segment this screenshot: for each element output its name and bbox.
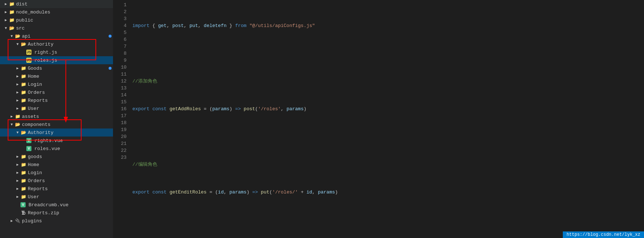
line-numbers: 12345 678910 1112131415 1617181920 21222…: [113, 1, 129, 238]
chevron-right-icon: ▶: [15, 195, 20, 199]
status-bar-url: https://blog.csdn.net/lyk_xz: [566, 232, 640, 237]
tree-item-right-js[interactable]: JS right.js: [0, 48, 113, 56]
tree-item-goods[interactable]: ▶ 📁 Goods: [0, 64, 113, 72]
chevron-right-icon: ▶: [15, 170, 20, 175]
js-icon: JS: [26, 50, 31, 55]
folder-icon: 📁: [20, 105, 26, 111]
folder-icon: 📁: [9, 9, 15, 15]
tree-item-public[interactable]: ▶ 📁 public: [0, 16, 113, 24]
folder-icon: 📁: [9, 17, 15, 23]
tree-label-orders: Orders: [28, 90, 113, 95]
tree-label-roles-js: roles.js: [34, 58, 113, 63]
folder-open-icon: 📂: [20, 130, 26, 135]
tree-label-user: User: [28, 106, 113, 111]
tree-label-components: components: [22, 122, 113, 127]
folder-icon: 📁: [20, 73, 26, 79]
chevron-right-icon: ▶: [3, 10, 9, 14]
chevron-down-icon: ▼: [9, 123, 15, 127]
folder-icon: 📁: [20, 81, 26, 87]
chevron-right-icon: ▶: [15, 187, 20, 191]
tree-item-orders[interactable]: ▶ 📁 Orders: [0, 88, 113, 96]
tree-label-dist: dist: [16, 1, 113, 7]
tree-label-home: Home: [28, 74, 113, 79]
file-explorer[interactable]: ▶ 📁 dist ▶ 📁 node_modules ▶ 📁 public ▼ 📂…: [0, 0, 113, 238]
folder-icon: 📁: [20, 97, 26, 103]
tree-item-node-modules[interactable]: ▶ 📁 node_modules: [0, 8, 113, 16]
tree-item-home[interactable]: ▶ 📁 Home: [0, 72, 113, 80]
tree-label-authority-api: Authority: [28, 42, 113, 47]
tree-label-rights-vue: rights.vue: [34, 138, 113, 143]
tree-label-reports2: Reports: [28, 186, 113, 192]
tree-label-home2: Home: [28, 162, 113, 168]
tree-item-roles-vue[interactable]: V roles.vue: [0, 145, 113, 153]
tree-label-node-modules: node_modules: [16, 9, 113, 15]
tree-item-assets[interactable]: ▶ 📁 assets: [0, 112, 113, 120]
vue-icon: V: [26, 138, 31, 143]
vue-icon: V: [26, 146, 31, 151]
tree-item-api[interactable]: ▼ 📂 api: [0, 32, 113, 40]
chevron-down-icon: ▼: [15, 42, 20, 46]
tree-item-src[interactable]: ▼ 📂 src: [0, 24, 113, 32]
tree-item-reports2[interactable]: ▶ 📁 Reports: [0, 185, 113, 193]
tree-label-assets: assets: [22, 114, 113, 119]
status-bar: https://blog.csdn.net/lyk_xz: [563, 231, 644, 238]
tree-item-plugins[interactable]: ▶ 🔌 plugins: [0, 217, 113, 225]
zip-icon: 🗜: [20, 210, 26, 216]
tree-item-breadcrumb-vue[interactable]: V Breadcrumb.vue: [0, 201, 113, 209]
folder-icon: 📁: [20, 186, 26, 192]
tree-item-authority-api[interactable]: ▼ 📂 Authority: [0, 40, 113, 48]
folder-open-icon: 📂: [9, 25, 15, 31]
chevron-right-icon: ▶: [15, 106, 20, 111]
tree-item-goods2[interactable]: ▶ 📁 goods: [0, 153, 113, 161]
code-line-8: [132, 216, 637, 223]
folder-icon: 📁: [20, 178, 26, 184]
tree-item-components[interactable]: ▼ 📂 components: [0, 120, 113, 128]
folder-icon: 📁: [20, 65, 26, 71]
tree-label-roles-vue: roles.vue: [34, 146, 113, 151]
tree-label-login: Login: [28, 82, 113, 87]
code-editor[interactable]: 12345 678910 1112131415 1617181920 21222…: [113, 0, 644, 238]
chevron-right-icon: ▶: [15, 162, 20, 167]
code-line-6: //编辑角色: [132, 161, 637, 168]
js-icon: JS: [26, 58, 31, 63]
tree-item-user[interactable]: ▶ 📁 User: [0, 104, 113, 112]
chevron-right-icon: ▶: [15, 90, 20, 95]
code-content[interactable]: import { get, post, put, deletefn } from…: [129, 1, 644, 238]
tree-label-authority-comp: Authority: [28, 130, 113, 135]
badge-dot: [109, 35, 112, 38]
plugin-icon: 🔌: [15, 218, 20, 224]
tree-item-authority-comp[interactable]: ▼ 📂 Authority: [0, 128, 113, 137]
tree-label-goods: Goods: [28, 66, 113, 71]
code-line-3: //添加角色: [132, 78, 637, 85]
chevron-right-icon: ▶: [9, 219, 15, 223]
folder-icon: 📁: [20, 162, 26, 168]
tree-item-orders2[interactable]: ▶ 📁 Orders: [0, 177, 113, 185]
code-line-7: export const getEnditRoles = (id, params…: [132, 189, 637, 196]
tree-item-home2[interactable]: ▶ 📁 Home: [0, 161, 113, 169]
tree-label-plugins: plugins: [22, 218, 113, 224]
folder-open-icon: 📂: [20, 41, 26, 47]
chevron-right-icon: ▶: [15, 154, 20, 159]
code-line-2: [132, 50, 637, 57]
chevron-down-icon: ▼: [3, 26, 9, 30]
tree-item-rights-vue[interactable]: V rights.vue: [0, 137, 113, 145]
tree-item-login2[interactable]: ▶ 📁 Login: [0, 169, 113, 177]
folder-icon: 📁: [9, 1, 15, 7]
tree-label-api: api: [22, 34, 113, 39]
folder-open-icon: 📂: [15, 122, 20, 127]
chevron-right-icon: ▶: [3, 18, 9, 22]
folder-open-icon: 📂: [15, 33, 20, 39]
chevron-right-icon: ▶: [15, 82, 20, 87]
tree-item-user2[interactable]: ▶ 📁 User: [0, 193, 113, 201]
tree-item-roles-js[interactable]: JS roles.js: [0, 56, 113, 64]
tree-item-dist[interactable]: ▶ 📁 dist: [0, 0, 113, 8]
chevron-right-icon: ▶: [3, 2, 9, 6]
tree-label-right-js: right.js: [34, 50, 113, 55]
chevron-right-icon: ▶: [15, 98, 20, 103]
chevron-down-icon: ▼: [15, 131, 20, 135]
chevron-right-icon: ▶: [15, 178, 20, 183]
tree-item-reports-zip[interactable]: 🗜 Reports.zip: [0, 209, 113, 217]
tree-item-login[interactable]: ▶ 📁 Login: [0, 80, 113, 88]
tree-label-user2: User: [28, 194, 113, 200]
tree-item-reports[interactable]: ▶ 📁 Reports: [0, 96, 113, 104]
